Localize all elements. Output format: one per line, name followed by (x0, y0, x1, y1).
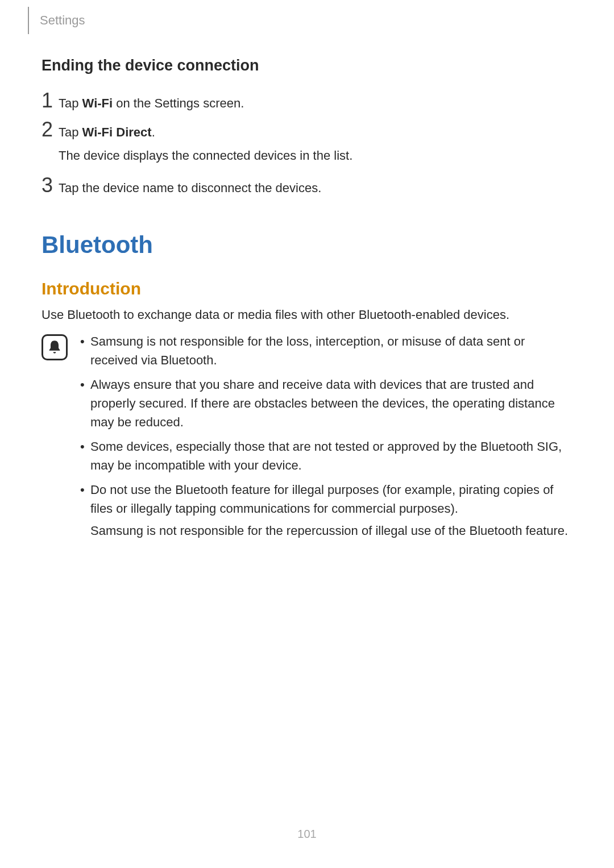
step-text-pre: Tap (59, 125, 82, 139)
note-text: Always ensure that you share and receive… (90, 377, 555, 429)
step-body: Tap Wi-Fi on the Settings screen. (59, 93, 244, 113)
note-icon-wrap (42, 334, 68, 360)
subheading-ending-connection: Ending the device connection (42, 57, 572, 74)
step-2: 2 Tap Wi-Fi Direct. The device displays … (42, 122, 572, 165)
note-item: Samsung is not responsible for the loss,… (78, 332, 572, 369)
note-block: Samsung is not responsible for the loss,… (42, 332, 572, 546)
step-text-pre: Tap the device name to disconnect the de… (59, 181, 321, 195)
step-text-post: on the Settings screen. (113, 96, 244, 110)
intro-paragraph: Use Bluetooth to exchange data or media … (42, 305, 572, 324)
note-item: Do not use the Bluetooth feature for ill… (78, 480, 572, 540)
note-item: Some devices, especially those that are … (78, 437, 572, 475)
step-3: 3 Tap the device name to disconnect the … (42, 177, 572, 197)
step-number: 1 (42, 90, 59, 111)
step-text-pre: Tap (59, 96, 82, 110)
subsection-title-introduction: Introduction (42, 279, 572, 298)
note-text: Some devices, especially those that are … (90, 439, 562, 472)
header-bar: Settings (28, 7, 85, 34)
bell-icon (42, 334, 68, 360)
step-subtext: The device displays the connected device… (59, 146, 352, 165)
step-number: 2 (42, 119, 59, 140)
note-extra: Samsung is not responsible for the reper… (90, 521, 572, 540)
note-item: Always ensure that you share and receive… (78, 375, 572, 431)
step-text-post: . (152, 125, 155, 139)
note-text: Do not use the Bluetooth feature for ill… (90, 483, 553, 516)
step-body: Tap Wi-Fi Direct. The device displays th… (59, 122, 352, 165)
step-number: 3 (42, 175, 59, 196)
step-text-bold: Wi-Fi Direct (82, 125, 152, 139)
step-text-bold: Wi-Fi (82, 96, 113, 110)
note-text: Samsung is not responsible for the loss,… (90, 334, 525, 367)
section-title-bluetooth: Bluetooth (42, 231, 572, 259)
step-body: Tap the device name to disconnect the de… (59, 177, 321, 197)
header-section-label: Settings (40, 13, 85, 28)
page-number: 101 (0, 828, 614, 841)
step-1: 1 Tap Wi-Fi on the Settings screen. (42, 93, 572, 113)
note-list: Samsung is not responsible for the loss,… (78, 332, 572, 546)
page-content: Ending the device connection 1 Tap Wi-Fi… (42, 57, 572, 546)
